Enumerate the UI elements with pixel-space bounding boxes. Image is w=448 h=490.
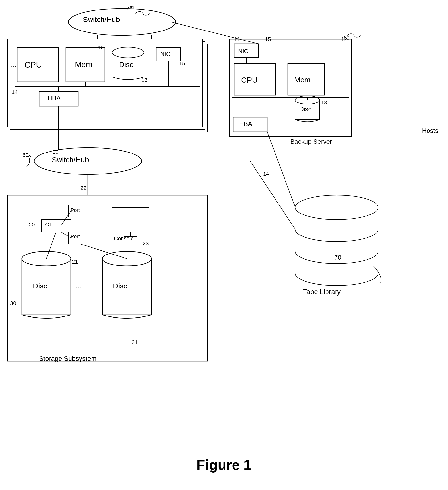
- svg-rect-31: [116, 210, 145, 227]
- ref-11-hosts: 11: [52, 44, 58, 51]
- ref-20: 20: [29, 222, 35, 228]
- storage-dots-top: ...: [105, 206, 111, 214]
- svg-rect-28: [112, 207, 149, 232]
- svg-line-57: [171, 22, 259, 44]
- ref-10: 10: [52, 149, 58, 155]
- figure-title: Figure 1: [196, 457, 252, 473]
- svg-point-9: [112, 47, 144, 58]
- backup-nic-label: NIC: [238, 48, 248, 55]
- storage-port-bottom-label: Port: [71, 234, 80, 239]
- storage-disc1-label: Disc: [33, 282, 47, 290]
- storage-port-top-label: Port: [71, 207, 80, 213]
- storage-ctl-label: CTL: [45, 222, 55, 228]
- ref-70: 70: [334, 254, 341, 261]
- ref-15-hosts: 15: [179, 61, 185, 67]
- svg-point-39: [22, 251, 71, 266]
- hosts-nic-label: NIC: [160, 51, 170, 58]
- backup-mem-label: Mem: [294, 76, 311, 84]
- backup-server-label: Backup Server: [290, 138, 332, 145]
- hosts-disc-label: Disc: [119, 61, 133, 69]
- ref-23: 23: [143, 240, 149, 247]
- backup-cpu-label: CPU: [241, 76, 258, 85]
- ref-12-hosts: 12: [98, 44, 103, 51]
- svg-rect-3: [12, 44, 207, 132]
- svg-line-72: [250, 161, 295, 229]
- svg-point-66: [295, 217, 378, 242]
- ref-81: 81: [129, 4, 135, 11]
- storage-console-label: Console: [114, 235, 134, 242]
- ref-80: 80: [22, 152, 28, 158]
- hosts-label: Hosts: [422, 127, 438, 134]
- ref-11-backup: 11: [234, 36, 240, 42]
- svg-rect-67: [295, 207, 378, 229]
- hosts-dots: ...: [10, 61, 16, 69]
- switch-hub-top-label: Switch/Hub: [83, 15, 120, 24]
- switch-hub-bottom-label: Switch/Hub: [52, 156, 89, 164]
- svg-rect-4: [10, 41, 205, 129]
- ref-14-tape: 14: [263, 171, 269, 177]
- svg-rect-5: [7, 39, 203, 127]
- storage-disc2-label: Disc: [113, 282, 127, 290]
- storage-dots-bottom: ...: [76, 282, 82, 290]
- svg-line-26: [61, 211, 71, 226]
- backup-hba-label: HBA: [239, 120, 252, 128]
- hosts-mem-label: Mem: [75, 60, 92, 69]
- hosts-hba-label: HBA: [48, 94, 61, 102]
- backup-disc-label: Disc: [299, 105, 312, 113]
- svg-line-42: [46, 232, 56, 259]
- ref-13-backup: 13: [321, 100, 327, 106]
- tape-library-label: Tape Library: [303, 288, 341, 296]
- svg-point-49: [295, 96, 320, 104]
- svg-point-58: [295, 261, 378, 286]
- ref-31: 31: [132, 339, 138, 346]
- diagram: Switch/Hub 81 CPU Mem Disc NIC HBA Hosts…: [0, 0, 448, 490]
- ref-21: 21: [72, 259, 78, 265]
- ref-14-hosts: 14: [12, 89, 18, 95]
- ref-22: 22: [81, 185, 86, 191]
- svg-point-41: [102, 251, 151, 266]
- ref-13-hosts: 13: [142, 77, 147, 83]
- svg-point-70: [295, 195, 378, 220]
- svg-line-27: [61, 232, 71, 238]
- ref-60-backup: 60: [344, 35, 349, 41]
- svg-rect-63: [295, 229, 378, 251]
- diagram-svg: [0, 0, 448, 490]
- ref-30: 30: [10, 300, 16, 306]
- storage-label: Storage Subsystem: [39, 355, 97, 363]
- hosts-cpu-label: CPU: [24, 60, 42, 70]
- svg-rect-22: [7, 195, 207, 361]
- ref-15-backup: 15: [265, 36, 271, 42]
- svg-line-43: [81, 244, 127, 259]
